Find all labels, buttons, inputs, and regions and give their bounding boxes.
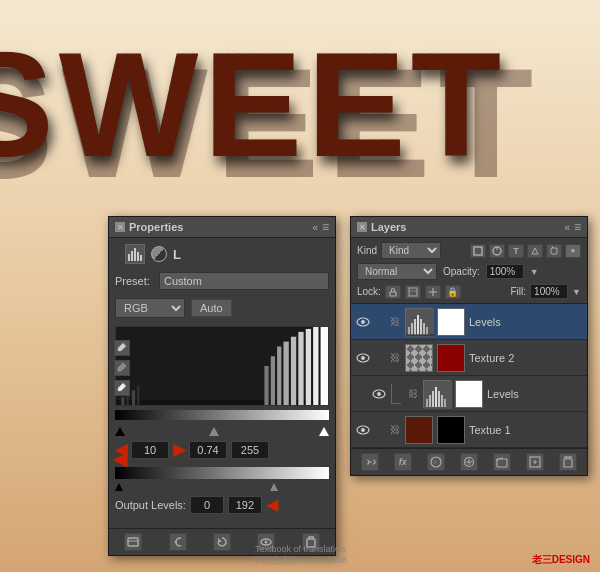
- svg-point-51: [361, 356, 365, 360]
- mid-level-input[interactable]: 0.74: [189, 441, 227, 459]
- svg-rect-19: [128, 538, 138, 546]
- white-output-handle[interactable]: [270, 483, 278, 491]
- svg-rect-57: [432, 391, 434, 407]
- preset-select[interactable]: Custom: [159, 272, 329, 290]
- red-arrow-mid-icon: ▶: [173, 440, 185, 459]
- new-adjustment-icon[interactable]: [460, 453, 478, 471]
- svg-rect-45: [417, 315, 419, 335]
- layer-thumb-2b: [437, 344, 465, 372]
- layer-link-icon[interactable]: [361, 453, 379, 471]
- layers-close-button[interactable]: ✕: [357, 222, 367, 232]
- opacity-arrow-icon[interactable]: ▼: [530, 267, 539, 277]
- output-labels-row: Output Levels: 0 192 ◀: [115, 495, 329, 514]
- opacity-input[interactable]: 100%: [486, 264, 524, 279]
- layers-controls: Kind Kind T: [351, 238, 587, 304]
- brand-watermark: 老三DESIGN: [532, 553, 590, 567]
- layers-menu-icon[interactable]: ≡: [574, 220, 581, 234]
- layer-item-levels-2[interactable]: ⛓ Levels: [351, 376, 587, 412]
- svg-rect-46: [420, 319, 422, 335]
- clip-to-layer-icon[interactable]: [124, 533, 142, 551]
- channel-select[interactable]: RGB: [115, 298, 185, 318]
- svg-rect-14: [291, 337, 296, 405]
- lock-all-icon[interactable]: 🔒: [445, 285, 461, 299]
- channel-row: RGB Auto: [115, 298, 329, 318]
- svg-rect-17: [313, 327, 318, 405]
- svg-rect-35: [409, 288, 417, 296]
- delete-layer-icon[interactable]: [559, 453, 577, 471]
- layer-eye-icon-4[interactable]: [355, 422, 371, 438]
- output-white-input[interactable]: 192: [228, 496, 262, 514]
- layer-thumb-4a: [405, 416, 433, 444]
- new-layer-icon[interactable]: [526, 453, 544, 471]
- smartobj-filter-icon[interactable]: [546, 244, 562, 258]
- layer-item-texture2[interactable]: ⛓ Texture 2: [351, 340, 587, 376]
- black-level-input[interactable]: 10: [131, 441, 169, 459]
- output-black-input[interactable]: 0: [190, 496, 224, 514]
- pixel-filter-icon[interactable]: [470, 244, 486, 258]
- black-input-handle[interactable]: [115, 427, 125, 436]
- shape-filter-icon[interactable]: [527, 244, 543, 258]
- svg-rect-56: [429, 395, 431, 407]
- svg-rect-48: [426, 327, 428, 335]
- preset-row: Preset: Custom: [115, 272, 329, 290]
- texture-overlay: SWEET: [0, 20, 506, 190]
- new-group-icon[interactable]: [493, 453, 511, 471]
- white-input-handle[interactable]: [319, 427, 329, 436]
- lock-transparent-icon[interactable]: [385, 285, 401, 299]
- layers-collapse-icon[interactable]: «: [564, 222, 570, 233]
- layer-name-4: Textue 1: [469, 424, 583, 436]
- type-filter-icon[interactable]: T: [508, 244, 524, 258]
- svg-rect-8: [132, 390, 135, 405]
- adjustment-filter-icon[interactable]: [489, 244, 505, 258]
- properties-close-button[interactable]: ✕: [115, 222, 125, 232]
- black-eyedropper-icon[interactable]: [114, 340, 130, 356]
- svg-rect-58: [435, 387, 437, 407]
- svg-rect-4: [140, 255, 142, 261]
- kind-select[interactable]: Kind: [381, 242, 441, 259]
- layer-eye-icon-2[interactable]: [355, 350, 371, 366]
- adjustment-icon-row: L: [115, 244, 329, 264]
- layer-name-2: Texture 2: [469, 352, 583, 364]
- gray-eyedropper-icon[interactable]: [114, 360, 130, 376]
- white-level-input[interactable]: 255: [231, 441, 269, 459]
- layer-thumb-4b: [437, 416, 465, 444]
- svg-rect-10: [264, 366, 268, 405]
- canvas-artwork: SWEET SWEET SWEET: [0, 15, 600, 225]
- fill-input[interactable]: 100%: [530, 284, 568, 299]
- svg-rect-32: [551, 248, 557, 254]
- layer-filter-icons: T ●: [470, 244, 581, 258]
- previous-state-icon[interactable]: [169, 533, 187, 551]
- layer-name-1: Levels: [469, 316, 583, 328]
- layer-eye-icon-1[interactable]: [355, 314, 371, 330]
- auto-button[interactable]: Auto: [191, 299, 232, 317]
- adjustment-circle-icon: [151, 246, 167, 262]
- black-output-handle[interactable]: [115, 483, 123, 491]
- svg-rect-5: [116, 400, 328, 405]
- layer-item-levels-1[interactable]: ⛓ Levels: [351, 304, 587, 340]
- blend-mode-select[interactable]: Normal: [357, 263, 437, 280]
- properties-panel: ✕ Properties « ≡ L: [108, 216, 336, 556]
- layer-eye-icon-3[interactable]: [371, 386, 387, 402]
- layer-fx-icon[interactable]: fx: [394, 453, 412, 471]
- fill-arrow-icon[interactable]: ▼: [572, 287, 581, 297]
- white-eyedropper-icon[interactable]: [114, 380, 130, 396]
- lock-position-icon[interactable]: [425, 285, 441, 299]
- input-slider-row: [115, 424, 329, 436]
- filter-toggle-icon[interactable]: ●: [565, 244, 581, 258]
- lock-image-icon[interactable]: [405, 285, 421, 299]
- svg-rect-16: [306, 329, 311, 405]
- lock-label-text: Lock:: [357, 286, 381, 297]
- translation-note: Textbook of translation: [255, 544, 345, 554]
- layers-title-left: ✕ Layers: [357, 221, 406, 233]
- mid-input-handle[interactable]: [209, 427, 219, 436]
- histogram-display: [115, 326, 329, 406]
- svg-rect-2: [134, 248, 136, 261]
- output-gradient-bar: [115, 467, 329, 479]
- eyedropper-tools-col: [114, 340, 130, 396]
- properties-menu-icon[interactable]: ≡: [322, 220, 329, 234]
- layer-item-texture1[interactable]: ⛓ Textue 1: [351, 412, 587, 448]
- add-mask-icon[interactable]: [427, 453, 445, 471]
- reset-icon[interactable]: [213, 533, 231, 551]
- properties-title-text: Properties: [129, 221, 183, 233]
- properties-collapse-icon[interactable]: «: [312, 222, 318, 233]
